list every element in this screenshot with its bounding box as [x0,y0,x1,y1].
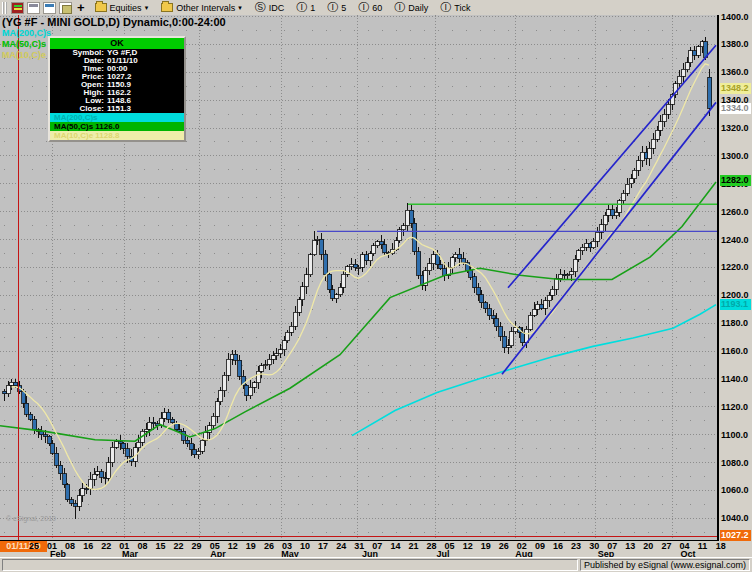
interval-label: Daily [408,3,428,13]
duplicate-window-icon[interactable] [43,2,56,14]
y-axis-label: 1120.0 [721,402,748,412]
y-axis-label: 1100.0 [721,430,748,440]
week-label: 10 [300,541,310,551]
folder-icon [161,3,173,12]
week-label: 29 [192,541,202,551]
week-label: 24 [336,541,346,551]
trend-channel-lower[interactable] [502,102,716,374]
week-label: 21 [408,541,418,551]
toolbar: + Equities ▾ Other Intervals ▾ ⓈIDCⒾ1Ⓘ5Ⓘ… [0,0,752,15]
ma10-label: MA(10,C)e [2,50,46,60]
time-axis[interactable]: 01/11/10 2501081622010815222905121926031… [0,541,752,557]
week-label: 25 [29,541,39,551]
week-label: 20 [643,541,653,551]
week-label: 27 [661,541,671,551]
week-label: 13 [625,541,635,551]
circled-letter-icon: Ⓢ [255,2,266,13]
week-label: 16 [553,541,563,551]
circled-letter-icon: Ⓘ [440,2,451,13]
week-label: 18 [716,541,726,551]
week-label: 08 [65,541,75,551]
y-axis-label: 1360.0 [721,67,749,77]
interval-button-daily[interactable]: ⒾDaily [389,0,433,15]
y-axis-label: 1320.0 [721,123,749,133]
data-window-ma-row: MA(200,C)s [50,113,184,122]
status-bar: Published by eSignal (www.esignal.com) [0,557,752,572]
interval-label: 5 [341,3,346,13]
week-label: 11 [698,541,708,551]
status-field [2,559,578,571]
interval-button-idc[interactable]: ⓈIDC [250,0,290,15]
ma50-label: MA(50,C)s [2,39,46,49]
interval-label: Tick [454,3,470,13]
week-label: 28 [427,541,437,551]
quote-board-icon[interactable] [11,2,24,14]
ma200-label: MA(200,C)s [2,28,51,38]
new-window-icon[interactable] [27,2,40,14]
y-axis-label: 1060.0 [721,485,749,495]
other-intervals-label: Other Intervals [176,3,235,13]
price-tag: 1348.2 [720,83,751,94]
published-note: Published by eSignal (www.esignal.com) [580,559,750,571]
toolbar-grip[interactable] [2,2,7,14]
interval-label: 60 [372,3,382,13]
y-axis-label: 1220.0 [721,262,749,272]
circled-letter-icon: Ⓘ [296,2,307,13]
other-intervals-dropdown[interactable]: Other Intervals ▾ [156,1,247,15]
week-label: 08 [137,541,147,551]
interval-button-60[interactable]: Ⓘ60 [353,0,387,15]
y-axis-label: 1140.0 [721,374,748,384]
interval-button-5[interactable]: Ⓘ5 [322,0,351,15]
y-axis-label: 1160.0 [721,346,748,356]
circled-letter-icon: Ⓘ [327,2,338,13]
price-tag: 1334.0 [720,103,751,114]
week-label: 14 [390,541,400,551]
week-label: 09 [535,541,545,551]
ma200-line [352,305,716,436]
interval-button-1[interactable]: Ⓘ1 [291,0,320,15]
y-axis-label: 1180.0 [721,318,748,328]
price-axis[interactable]: 1400.01380.01360.01340.01320.01300.01280… [718,15,752,541]
week-label: 26 [264,541,274,551]
y-axis-label: 1260.0 [721,207,749,217]
y-axis-label: 1380.0 [721,39,749,49]
week-label: 23 [571,541,581,551]
week-label: 12 [228,541,238,551]
chart-title: (YG #F - MINI GOLD,D) Dynamic,0:00-24:00 [2,16,226,28]
interval-button-tick[interactable]: ⒾTick [435,0,475,15]
copyright-note: © eSignal, 2010 [6,515,56,522]
week-label: 19 [481,541,491,551]
equities-label: Equities [110,3,142,13]
y-axis-label: 1040.0 [721,513,749,523]
interval-label: IDC [269,3,285,13]
interval-label: 1 [310,3,315,13]
week-label: 16 [83,541,93,551]
equities-dropdown[interactable]: Equities ▾ [90,1,154,15]
chart-panel[interactable]: (YG #F - MINI GOLD,D) Dynamic,0:00-24:00… [0,15,718,541]
data-window-rows: Symbol:YG #F,DDate:01/11/10Time:00:00Pri… [50,49,184,140]
circled-letter-icon: Ⓘ [358,2,369,13]
data-window-ma-row: MA(10,C)e 1128.8 [50,131,184,140]
y-axis-label: 1400.0 [721,12,749,22]
interval-buttons: ⓈIDCⒾ1Ⓘ5Ⓘ60ⒾDailyⒾTick [250,0,476,15]
week-label: 19 [246,541,256,551]
chevron-down-icon: ▾ [145,4,149,12]
price-tag: 1282.0 [720,175,751,186]
data-window-row: Close:1151.3 [50,105,184,113]
trend-channel-upper[interactable] [508,45,716,287]
properties-icon[interactable] [59,2,72,14]
price-tag: 1193.1 [720,299,751,310]
data-window-ma-row: MA(50,C)s 1126.0 [50,122,184,131]
data-window[interactable]: OK Symbol:YG #F,DDate:01/11/10Time:00:00… [48,36,186,142]
y-axis-label: 1300.0 [721,151,749,161]
week-label: 17 [318,541,328,551]
chevron-down-icon: ▾ [238,4,242,12]
esignal-window: + Equities ▾ Other Intervals ▾ ⓈIDCⒾ1Ⓘ5Ⓘ… [0,0,752,572]
add-symbol-button[interactable]: + [75,3,87,13]
week-label: 15 [155,541,165,551]
folder-icon [95,3,107,12]
price-tag: 1027.2 [720,530,751,541]
y-axis-label: 1240.0 [721,235,749,245]
y-axis-label: 1080.0 [721,458,749,468]
week-label: 26 [499,541,509,551]
